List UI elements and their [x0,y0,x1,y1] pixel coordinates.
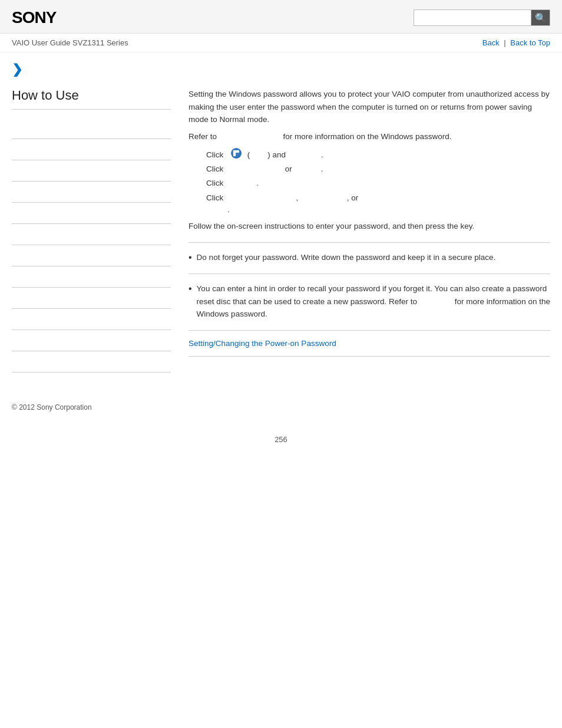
intro-text: Setting the Windows password allows you … [189,88,550,126]
windows-start-icon [231,148,242,159]
related-link-anchor[interactable]: Setting/Changing the Power-on Password [189,339,336,348]
sidebar: How to Use [12,88,183,373]
main-layout: How to Use Setting the Windows password … [0,82,562,384]
step-2-text: or . [230,162,323,176]
nav-bar: VAIO User Guide SVZ1311 Series Back | Ba… [0,34,562,52]
list-item[interactable] [12,288,171,309]
divider-2 [189,274,550,274]
divider-3 [189,330,550,331]
step-2: Click or . [206,162,550,176]
step-2-label: Click [206,162,227,176]
header: SONY 🔍 [0,0,562,34]
bullet-text-1: Do not forget your password. Write down … [197,251,496,264]
bullet-item-1: • Do not forget your password. Write dow… [189,251,550,264]
copyright-text: © 2012 Sony Corporation [12,403,92,411]
chevron-area: ❯ [0,52,562,82]
list-item[interactable] [12,330,171,351]
divider-4 [189,356,550,357]
nav-links: Back | Back to Top [482,38,550,47]
step-4-label: Click [206,191,227,205]
step-3-text: . [230,176,259,190]
list-item[interactable] [12,139,171,160]
list-item[interactable] [12,351,171,373]
list-item[interactable] [12,309,171,330]
step-4: Click , , or [206,191,550,205]
list-item[interactable] [12,203,171,224]
bullet-item-2: • You can enter a hint in order to recal… [189,282,550,321]
step-1: Click ( ) and . [206,147,550,162]
step-1-label: Click [206,148,227,162]
footer: © 2012 Sony Corporation [0,384,562,423]
list-item[interactable] [12,118,171,139]
step-3: Click . [206,176,550,190]
follow-text: Follow the on-screen instructions to ent… [189,220,550,233]
search-input[interactable] [414,9,531,26]
content-area: Setting the Windows password allows you … [183,88,550,373]
step-4-text: , , or [230,191,358,205]
page-number: 256 [0,423,562,450]
divider-1 [189,242,550,243]
refer-line: Refer to for more information on the Win… [189,132,550,141]
back-link[interactable]: Back [482,38,500,47]
steps-list: Click ( ) and . Click or . Click . [206,147,550,214]
list-item[interactable] [12,182,171,203]
bullet-section-1: • Do not forget your password. Write dow… [189,251,550,264]
list-item[interactable] [12,245,171,266]
bullet-text-2: You can enter a hint in order to recall … [197,282,550,321]
bullet-section-2: • You can enter a hint in order to recal… [189,282,550,321]
search-area: 🔍 [414,9,550,26]
search-button[interactable]: 🔍 [531,9,550,26]
step-1-text: ( ) and . [245,148,323,162]
back-to-top-link[interactable]: Back to Top [510,38,550,47]
list-item[interactable] [12,160,171,182]
step-3-label: Click [206,176,227,190]
step-4-continuation: . [227,205,550,214]
related-link: Setting/Changing the Power-on Password [189,339,550,348]
nav-separator: | [504,38,505,47]
list-item[interactable] [12,266,171,288]
bullet-dot-2: • [189,282,192,295]
chevron-icon[interactable]: ❯ [12,62,22,77]
list-item[interactable] [12,224,171,245]
breadcrumb: VAIO User Guide SVZ1311 Series [12,38,128,47]
sidebar-title: How to Use [12,88,171,110]
sony-logo: SONY [12,8,56,27]
bullet-dot-1: • [189,251,192,264]
